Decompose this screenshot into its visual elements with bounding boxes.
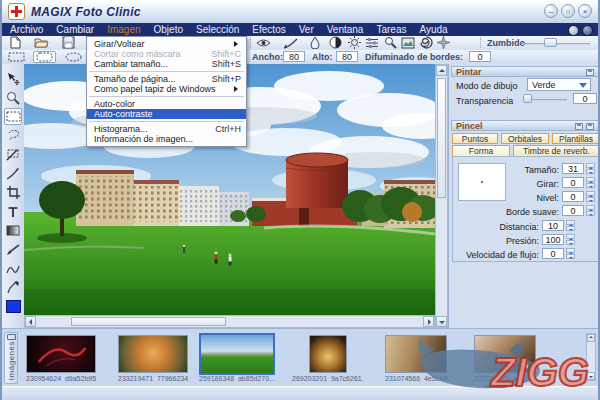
filmstrip-tab-label: Imágenes — [7, 341, 16, 380]
collapse-panel-icon[interactable] — [586, 69, 594, 76]
rect-select-tool-icon[interactable] — [4, 108, 22, 125]
move-tool-icon[interactable] — [4, 70, 22, 87]
thumbnail-5[interactable] — [385, 335, 447, 373]
curve-tool-icon[interactable] — [4, 260, 22, 277]
menu-imagen[interactable]: Imagen — [107, 23, 140, 36]
level-stepper[interactable] — [586, 191, 595, 202]
soft-edge-stepper[interactable] — [586, 205, 595, 216]
eye-icon[interactable] — [254, 36, 272, 49]
collapse-panel-icon[interactable] — [575, 123, 583, 130]
lasso-tool-icon[interactable] — [4, 127, 22, 144]
save-icon[interactable] — [59, 36, 77, 49]
close-button[interactable]: × — [578, 4, 592, 18]
color-swatch[interactable] — [4, 298, 22, 315]
transparency-value[interactable]: 0 — [573, 93, 597, 104]
sun-icon[interactable] — [345, 36, 363, 49]
soft-edge-input[interactable]: 0 — [562, 205, 584, 216]
rotate-input[interactable]: 0 — [562, 177, 584, 188]
thumbnail-2[interactable] — [118, 335, 188, 373]
transparency-slider-handle[interactable] — [523, 94, 532, 103]
menu-item-girar-voltear[interactable]: Girar/Voltear — [87, 39, 246, 49]
canvas-vertical-scrollbar[interactable] — [435, 64, 448, 328]
doc-close-button[interactable] — [582, 25, 593, 36]
zoom-slider-handle[interactable] — [544, 38, 557, 47]
status-bar — [2, 386, 598, 400]
close-panel-icon[interactable] — [586, 123, 594, 130]
tab-puntos[interactable]: Puntos — [452, 133, 498, 144]
height-input[interactable]: 80 — [336, 51, 358, 62]
hscroll-thumb[interactable] — [71, 317, 226, 326]
right-panel: Pintar Modo de dibujo Verde Transparenci… — [448, 64, 600, 328]
menu-item-tamano-pagina[interactable]: Tamaño de página... Shift+P — [87, 74, 246, 84]
flow-stepper[interactable] — [566, 248, 575, 259]
chevron-down-icon — [579, 83, 587, 92]
menu-archivo[interactable]: Archivo — [10, 23, 43, 36]
tab-orbitales[interactable]: Orbitales — [501, 133, 549, 144]
new-document-icon[interactable] — [6, 36, 24, 49]
menu-ayuda[interactable]: Ayuda — [419, 23, 447, 36]
flow-label: Velocidad de flujo: — [453, 250, 539, 260]
menu-ventana[interactable]: Ventana — [327, 23, 364, 36]
minimize-button[interactable]: – — [544, 4, 558, 18]
width-input[interactable]: 80 — [283, 51, 305, 62]
rect-selection-icon[interactable] — [5, 51, 28, 63]
sparkle-icon[interactable] — [434, 36, 452, 49]
flow-input[interactable]: 0 — [542, 248, 564, 259]
brush-icon[interactable] — [282, 36, 300, 49]
pressure-input[interactable]: 100 — [542, 234, 564, 245]
magnifier-icon[interactable] — [381, 36, 399, 49]
menu-cambiar[interactable]: Cambiar — [56, 23, 94, 36]
menu-item-papel-tapiz[interactable]: Como papel tapiz de Windows — [87, 84, 246, 94]
menu-efectos[interactable]: Efectos — [252, 23, 285, 36]
zoom-tool-icon[interactable] — [4, 89, 22, 106]
vscroll-thumb[interactable] — [437, 78, 446, 198]
brush-preview — [458, 163, 506, 201]
open-folder-icon[interactable] — [32, 36, 50, 49]
thumbnail-1[interactable] — [26, 335, 96, 373]
menu-ver[interactable]: Ver — [299, 23, 314, 36]
pressure-stepper[interactable] — [566, 234, 575, 245]
doc-restore-button[interactable] — [568, 25, 579, 36]
brush-tool-icon[interactable] — [4, 241, 22, 258]
menu-item-cortar-mascara[interactable]: Cortar como máscara Shift+C — [87, 49, 246, 59]
menu-item-cambiar-tamano[interactable]: Cambiar tamaño... Shift+S — [87, 59, 246, 69]
rotate-stepper[interactable] — [586, 177, 595, 188]
pen-tool-icon[interactable] — [4, 165, 22, 182]
contrast-icon[interactable] — [326, 36, 344, 49]
filmstrip-tab[interactable]: Imágenes — [4, 332, 18, 384]
gradient-tool-icon[interactable] — [4, 222, 22, 239]
thumbnail-6[interactable] — [474, 335, 536, 373]
tab-plantillas[interactable]: Plantillas — [552, 133, 600, 144]
size-stepper[interactable] — [586, 163, 595, 174]
thumbnail-3[interactable] — [199, 333, 275, 375]
maximize-button[interactable]: ○ — [561, 4, 575, 18]
eyedropper-tool-icon[interactable] — [4, 279, 22, 296]
image-icon[interactable] — [399, 36, 417, 49]
canvas-horizontal-scrollbar[interactable] — [24, 315, 435, 328]
distance-input[interactable]: 10 — [542, 220, 564, 231]
thumbnail-4[interactable] — [309, 335, 347, 373]
menu-item-auto-color[interactable]: Auto-color — [87, 99, 246, 109]
menu-seleccion[interactable]: Selección — [196, 23, 239, 36]
selection-edit-tool-icon[interactable] — [4, 146, 22, 163]
distance-stepper[interactable] — [566, 220, 575, 231]
menu-objeto[interactable]: Objeto — [154, 23, 183, 36]
text-tool-icon[interactable] — [4, 203, 22, 220]
menu-item-informacion[interactable]: Información de imagen... — [87, 134, 246, 144]
crop-tool-icon[interactable] — [4, 184, 22, 201]
filmstrip-scrollbar[interactable] — [586, 333, 596, 381]
transparency-slider[interactable] — [523, 94, 567, 104]
zoom-slider[interactable] — [522, 38, 590, 48]
draw-mode-select[interactable]: Verde — [527, 78, 591, 91]
rounded-rect-selection-icon[interactable] — [33, 51, 56, 63]
size-input[interactable]: 31 — [562, 163, 584, 174]
menu-tareas[interactable]: Tareas — [376, 23, 406, 36]
menu-item-auto-contraste[interactable]: Auto-contraste — [87, 109, 246, 119]
droplet-icon[interactable] — [306, 36, 324, 49]
ellipse-selection-icon[interactable] — [62, 51, 85, 63]
feather-input[interactable]: 0 — [469, 51, 491, 62]
levels-icon[interactable] — [363, 36, 381, 49]
menu-item-histograma[interactable]: Histograma... Ctrl+H — [87, 124, 246, 134]
level-input[interactable]: 0 — [562, 191, 584, 202]
swirl-icon[interactable] — [417, 36, 435, 49]
